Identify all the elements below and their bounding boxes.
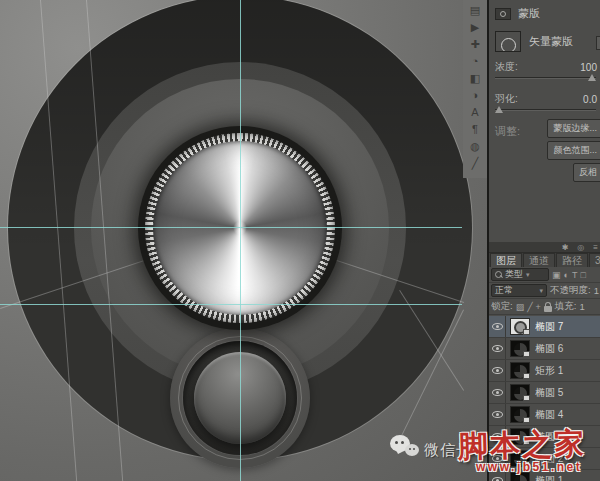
layer-thumbnail[interactable] <box>510 340 530 357</box>
layer-thumbnail[interactable] <box>510 472 530 481</box>
fill-value[interactable]: 1 <box>579 301 584 312</box>
visibility-cell[interactable] <box>489 382 506 403</box>
lock-image-icon[interactable]: ╱ <box>527 302 532 312</box>
blend-mode-dropdown[interactable]: 正常 ▾ <box>491 284 547 297</box>
layer-name[interactable]: 椭圆 5 <box>535 386 563 400</box>
layer-thumbnail[interactable] <box>510 318 530 335</box>
visibility-cell[interactable] <box>489 448 506 469</box>
filter-pixel-layers-icon[interactable]: ▣ <box>552 270 561 280</box>
dock-panel-icon[interactable]: ▤ <box>470 2 480 19</box>
shape-layer-badge <box>523 351 530 357</box>
dock-panel-icon[interactable]: A <box>471 104 478 121</box>
density-slider-thumb[interactable] <box>588 74 596 81</box>
horizontal-guide[interactable] <box>0 304 462 305</box>
filter-adjustment-layers-icon[interactable]: ◐ <box>564 270 569 280</box>
layer-row[interactable]: 椭圆 6 <box>489 338 600 360</box>
eye-icon <box>492 345 503 352</box>
layer-row[interactable]: 椭圆 4 <box>489 404 600 426</box>
layer-name[interactable]: 椭圆 1 <box>535 474 563 481</box>
layer-name[interactable]: 椭圆 2 <box>535 452 563 466</box>
collapse-icon[interactable]: ✱ <box>562 242 569 252</box>
properties-header-label: 蒙版 <box>518 6 540 21</box>
layer-thumbnail[interactable] <box>510 428 530 445</box>
dock-panel-icon[interactable]: ◍ <box>470 138 480 155</box>
feather-value[interactable]: 0.0 <box>583 94 597 105</box>
layer-filter-row: 类型 ▾ ▣ ◐ T □ <box>489 267 600 283</box>
layer-row[interactable]: 椭圆 2 <box>489 448 600 470</box>
dock-panel-icon[interactable]: ¶ <box>472 121 478 138</box>
fill-label: 填充: <box>555 300 577 313</box>
lock-row: 锁定: ▨ ╱ + 填充: 1 <box>489 299 600 315</box>
right-panel-group: 蒙版 矢量蒙版 浓度: 100 羽化: 0.0 调整: <box>487 0 600 481</box>
properties-header: 蒙版 <box>495 6 597 21</box>
layer-row[interactable]: 椭圆 7 <box>489 316 600 338</box>
layer-name[interactable]: 矩形 1 <box>535 364 563 378</box>
tab-layers[interactable]: 图层 <box>490 253 522 267</box>
density-value[interactable]: 100 <box>580 62 597 73</box>
dock-panel-icon[interactable]: ╱ <box>472 155 479 172</box>
layer-thumbnail[interactable] <box>510 406 530 423</box>
filter-shape-layers-icon[interactable]: □ <box>580 270 585 280</box>
opacity-value[interactable]: 1 <box>594 285 599 296</box>
vector-mask-thumbnail[interactable] <box>495 31 521 52</box>
photoshop-window: ▤ ▶ ✚ ◔ ◧ ◑ A ¶ ◍ ╱ 蒙版 矢量蒙版 浓度: 100 <box>0 0 600 481</box>
vector-mask-row[interactable]: 矢量蒙版 <box>495 31 597 52</box>
eye-icon <box>492 323 503 330</box>
refine-buttons: 蒙版边缘... 颜色范围... 反相 <box>547 119 600 182</box>
feather-row: 羽化: 0.0 <box>495 92 597 106</box>
feather-slider-thumb[interactable] <box>495 106 503 113</box>
shape-layer-badge <box>523 395 530 401</box>
feather-slider[interactable] <box>495 109 596 111</box>
eye-icon <box>492 389 503 396</box>
feather-label: 羽化: <box>495 92 518 106</box>
layer-name[interactable]: 椭圆 3 <box>535 430 563 444</box>
layer-name[interactable]: 椭圆 6 <box>535 342 563 356</box>
color-range-button[interactable]: 颜色范围... <box>547 141 600 160</box>
tab-channels[interactable]: 通道 <box>523 253 555 267</box>
collapse-icon[interactable]: ◎ <box>577 242 584 252</box>
mask-link-button[interactable] <box>596 36 600 50</box>
properties-panel: 蒙版 矢量蒙版 浓度: 100 羽化: 0.0 调整: <box>489 0 600 242</box>
visibility-cell[interactable] <box>489 404 506 425</box>
lock-transparency-icon[interactable]: ▨ <box>516 302 525 312</box>
tab-paths[interactable]: 路径 <box>556 253 588 267</box>
layer-row[interactable]: 椭圆 3 <box>489 426 600 448</box>
dock-panel-icon[interactable]: ◑ <box>472 87 479 104</box>
layer-thumbnail[interactable] <box>510 362 530 379</box>
search-icon <box>495 271 502 278</box>
shape-layer-badge <box>523 461 530 467</box>
visibility-cell[interactable] <box>489 316 506 337</box>
mask-edge-button[interactable]: 蒙版边缘... <box>547 119 600 138</box>
dock-panel-icon[interactable]: ▶ <box>471 19 479 36</box>
tab-3d[interactable]: 3D <box>589 253 600 267</box>
chevron-down-icon: ▾ <box>539 287 543 295</box>
filter-kind-dropdown[interactable]: 类型 ▾ <box>491 268 549 281</box>
dock-panel-icon[interactable]: ◔ <box>472 53 479 70</box>
layer-row[interactable]: 椭圆 1 <box>489 470 600 481</box>
dock-panel-icon[interactable]: ✚ <box>470 36 479 53</box>
layer-row[interactable]: 椭圆 5 <box>489 382 600 404</box>
density-slider[interactable] <box>495 77 596 79</box>
horizontal-guide[interactable] <box>0 227 462 228</box>
layer-name[interactable]: 椭圆 7 <box>535 320 563 334</box>
layer-list: 椭圆 7 椭圆 6 矩形 1 椭圆 5 <box>489 316 600 481</box>
layer-thumbnail[interactable] <box>510 384 530 401</box>
layer-name[interactable]: 椭圆 4 <box>535 408 563 422</box>
document-canvas[interactable] <box>0 0 487 481</box>
lock-position-icon[interactable]: + <box>536 302 541 312</box>
vertical-guide[interactable] <box>240 0 241 481</box>
eye-icon <box>492 411 503 418</box>
dock-panel-icon[interactable]: ◧ <box>470 70 480 87</box>
filter-type-layers-icon[interactable]: T <box>572 270 578 280</box>
visibility-cell[interactable] <box>489 470 506 481</box>
layer-row[interactable]: 矩形 1 <box>489 360 600 382</box>
layer-thumbnail[interactable] <box>510 450 530 467</box>
visibility-cell[interactable] <box>489 338 506 359</box>
panel-menu-icon[interactable]: ≡ <box>593 242 598 252</box>
lock-all-icon[interactable] <box>544 306 552 312</box>
visibility-cell[interactable] <box>489 426 506 447</box>
eye-icon <box>492 455 503 462</box>
visibility-cell[interactable] <box>489 360 506 381</box>
mask-icon <box>495 8 511 20</box>
invert-button[interactable]: 反相 <box>573 163 600 182</box>
